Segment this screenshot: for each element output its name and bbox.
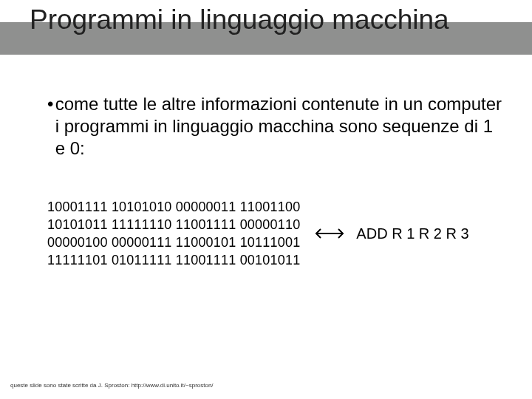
- mnemonic-text: ADD R 1 R 2 R 3: [356, 225, 468, 242]
- binary-line-2: 10101011 11111110 11001111 00000110: [47, 217, 300, 232]
- slide-title: Programmi in linguaggio macchina: [30, 4, 517, 35]
- body-area: • come tutte le altre informazioni conte…: [47, 93, 502, 160]
- bullet-marker: •: [47, 93, 55, 160]
- binary-line-3: 00000100 00000111 11000101 10111001: [47, 235, 300, 250]
- binary-line-4: 11111101 01011111 11001111 00101011: [47, 253, 300, 267]
- binary-block: 10001111 10101010 00000011 11001100 1010…: [47, 198, 300, 269]
- title-bar: Programmi in linguaggio macchina: [0, 0, 532, 62]
- binary-line-1: 10001111 10101010 00000011 11001100: [47, 200, 300, 214]
- footer-credit: queste slide sono state scritte da J. Sp…: [10, 382, 214, 389]
- double-arrow-icon: [313, 227, 346, 240]
- bullet-item: • come tutte le altre informazioni conte…: [47, 93, 502, 160]
- bullet-text: come tutte le altre informazioni contenu…: [55, 93, 502, 160]
- example-row: 10001111 10101010 00000011 11001100 1010…: [0, 198, 532, 269]
